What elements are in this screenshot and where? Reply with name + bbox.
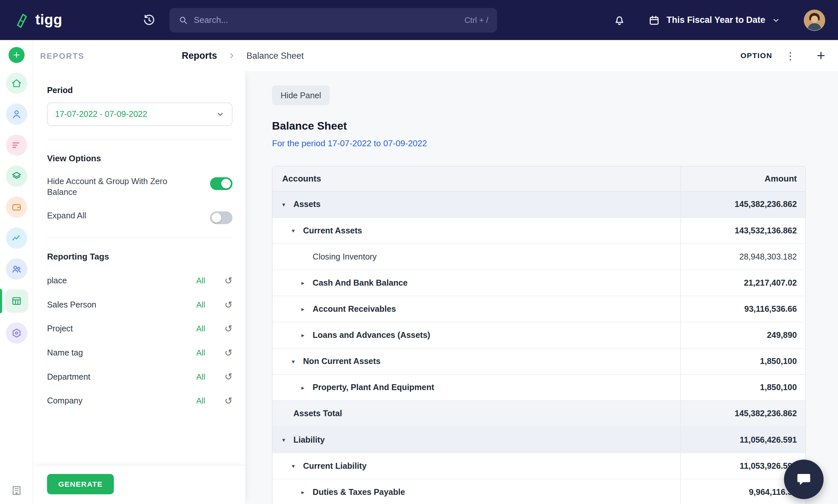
report-area: Hide Panel Balance Sheet For the period … bbox=[246, 71, 838, 504]
period-dropdown[interactable]: 17-07-2022 - 07-09-2022 bbox=[47, 103, 233, 126]
table-row-duties-taxes-payable[interactable]: ▸Duties & Taxes Payable 9,964,116.36 bbox=[273, 479, 805, 504]
toggle-expand-all[interactable] bbox=[210, 211, 233, 224]
caret-icon[interactable]: ▾ bbox=[292, 227, 303, 234]
tag-value[interactable]: All bbox=[196, 324, 205, 333]
table-row-cash-and-bank[interactable]: ▸Cash And Bank Balance 21,217,407.02 bbox=[273, 270, 805, 296]
reset-icon[interactable]: ↺ bbox=[224, 372, 233, 381]
tag-row-project: Project All ↺ bbox=[47, 324, 233, 333]
layers-icon bbox=[11, 171, 22, 181]
tag-value[interactable]: All bbox=[196, 396, 205, 406]
reset-icon[interactable]: ↺ bbox=[224, 300, 233, 309]
table-row-assets[interactable]: ▾Assets 145,382,236.862 bbox=[273, 192, 805, 218]
generate-button[interactable]: GENERATE bbox=[47, 474, 114, 494]
add-report-icon[interactable]: + bbox=[817, 48, 825, 63]
toggle-knob bbox=[221, 179, 231, 188]
breadcrumb-reports[interactable]: Reports bbox=[182, 50, 217, 61]
table-row-property-plant-equipment[interactable]: ▸Property, Plant And Equipment 1,850,100 bbox=[273, 375, 805, 401]
table-header: Accounts Amount bbox=[273, 166, 805, 192]
table-row-closing-inventory[interactable]: Closing Inventory 28,948,303.182 bbox=[273, 244, 805, 270]
sidebar-item-home[interactable] bbox=[5, 72, 27, 94]
home-icon bbox=[11, 78, 22, 89]
reset-icon[interactable]: ↺ bbox=[224, 324, 233, 333]
fiscal-year-label: This Fiscal Year to Date bbox=[666, 15, 765, 25]
period-label: Period bbox=[47, 86, 233, 95]
divider bbox=[47, 237, 233, 238]
sidebar-item-payroll[interactable] bbox=[5, 197, 27, 218]
amount-value: 145,382,236.862 bbox=[681, 401, 806, 426]
caret-icon[interactable]: ▸ bbox=[301, 384, 312, 391]
account-label: Non Current Assets bbox=[303, 357, 380, 366]
sidebar-item-organization[interactable] bbox=[11, 485, 22, 497]
fiscal-year-selector[interactable]: This Fiscal Year to Date bbox=[648, 14, 781, 26]
calendar-icon bbox=[648, 14, 660, 26]
hide-panel-button[interactable]: Hide Panel bbox=[272, 86, 329, 105]
table-row-account-receivables[interactable]: ▸Account Receivables 93,116,536.66 bbox=[273, 296, 805, 323]
option-button[interactable]: OPTION bbox=[741, 51, 773, 60]
caret-icon[interactable]: ▸ bbox=[301, 332, 312, 339]
caret-icon[interactable]: ▸ bbox=[301, 489, 312, 496]
chat-widget-button[interactable] bbox=[784, 460, 824, 499]
table-row-current-assets[interactable]: ▾Current Assets 143,532,136.862 bbox=[273, 218, 805, 244]
add-button[interactable] bbox=[8, 47, 24, 63]
amount-value: 1,850,100 bbox=[681, 375, 806, 400]
divider bbox=[47, 139, 233, 140]
tag-value[interactable]: All bbox=[196, 300, 205, 309]
app-window: tigg Ctrl + / This bbox=[0, 0, 838, 504]
sidebar-item-contacts[interactable] bbox=[5, 104, 27, 125]
list-icon bbox=[11, 140, 22, 150]
caret-icon[interactable]: ▾ bbox=[292, 358, 303, 365]
report-title: Balance Sheet bbox=[272, 120, 838, 132]
accounts-column-header: Accounts bbox=[273, 166, 681, 191]
amount-column-header: Amount bbox=[681, 166, 806, 191]
account-label: Loans and Advances (Assets) bbox=[313, 330, 430, 340]
sidebar-item-settings[interactable] bbox=[5, 323, 27, 344]
wallet-icon bbox=[11, 202, 22, 213]
table-row-non-current-assets[interactable]: ▾Non Current Assets 1,850,100 bbox=[273, 348, 805, 375]
reset-icon[interactable]: ↺ bbox=[224, 348, 233, 357]
tag-value[interactable]: All bbox=[196, 276, 205, 285]
sidebar-item-sales[interactable] bbox=[5, 134, 27, 156]
tag-value[interactable]: All bbox=[196, 372, 205, 381]
account-label: Current Liability bbox=[303, 461, 366, 471]
amount-value: 28,948,303.182 bbox=[681, 244, 806, 269]
sidebar-item-customers[interactable] bbox=[5, 258, 27, 280]
app-logo[interactable]: tigg bbox=[13, 12, 63, 29]
toggle-knob bbox=[212, 213, 221, 222]
tag-row-name-tag: Name tag All ↺ bbox=[47, 348, 233, 357]
chevron-down-icon bbox=[216, 110, 224, 119]
building-icon bbox=[11, 485, 22, 497]
caret-icon[interactable]: ▾ bbox=[282, 201, 293, 208]
user-icon bbox=[11, 109, 22, 120]
kebab-menu-icon[interactable]: ⋮ bbox=[785, 49, 795, 62]
tag-label: place bbox=[47, 276, 196, 285]
user-avatar[interactable] bbox=[804, 10, 825, 31]
hexagon-settings-icon bbox=[11, 328, 22, 339]
table-row-current-liability[interactable]: ▾Current Liability 11,053,926.591 bbox=[273, 453, 805, 479]
amount-value: 1,850,100 bbox=[681, 348, 806, 374]
sidebar-item-inventory[interactable] bbox=[5, 165, 27, 187]
reset-icon[interactable]: ↺ bbox=[224, 396, 233, 406]
bell-icon[interactable] bbox=[613, 14, 626, 26]
table-row-liability[interactable]: ▾Liability 11,056,426.591 bbox=[273, 427, 805, 453]
amount-value: 21,217,407.02 bbox=[681, 270, 806, 295]
table-row-loans-advances[interactable]: ▸Loans and Advances (Assets) 249,890 bbox=[273, 323, 805, 348]
account-label: Cash And Bank Balance bbox=[313, 278, 408, 288]
caret-icon[interactable]: ▸ bbox=[301, 280, 312, 286]
history-icon[interactable] bbox=[142, 14, 155, 26]
toggle-hide-zero-balance[interactable] bbox=[210, 177, 233, 190]
caret-icon[interactable]: ▾ bbox=[292, 463, 303, 469]
search-input[interactable] bbox=[194, 15, 459, 25]
sidebar-item-reports[interactable] bbox=[4, 289, 28, 313]
tag-value[interactable]: All bbox=[196, 348, 205, 357]
breadcrumb-balance-sheet[interactable]: Balance Sheet bbox=[246, 51, 304, 61]
logo-text: tigg bbox=[35, 12, 63, 29]
caret-icon[interactable]: ▸ bbox=[301, 306, 312, 312]
report-subtitle[interactable]: For the period 17-07-2022 to 07-09-2022 bbox=[272, 139, 838, 148]
caret-icon[interactable]: ▾ bbox=[282, 436, 293, 443]
sidebar-item-analytics[interactable] bbox=[5, 228, 27, 249]
reset-icon[interactable]: ↺ bbox=[224, 276, 233, 285]
account-label: Closing Inventory bbox=[313, 252, 377, 262]
tag-label: Project bbox=[47, 324, 196, 333]
search-icon bbox=[178, 15, 188, 25]
search-bar: Ctrl + / bbox=[169, 8, 497, 32]
